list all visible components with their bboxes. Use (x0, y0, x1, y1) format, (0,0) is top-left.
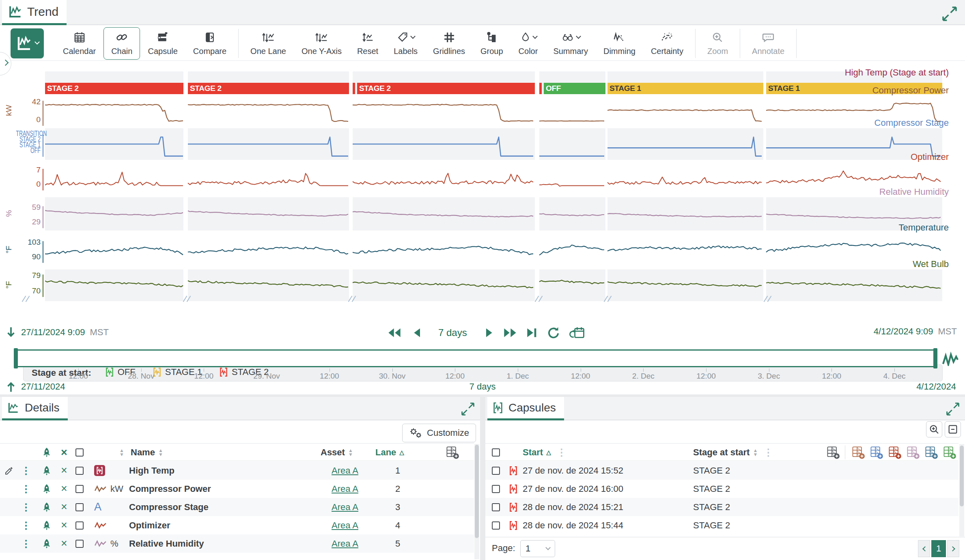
row-asset-link[interactable]: Area A (323, 534, 367, 553)
tab-capsules[interactable]: Capsules (487, 397, 564, 420)
stage-capsule-bar[interactable]: STAGE 2 (45, 83, 183, 94)
capsules-scrollbar[interactable] (959, 444, 964, 536)
select-all-rocket[interactable] (41, 444, 52, 461)
edit-capsule-button[interactable] (4, 461, 14, 480)
sort-icon[interactable]: ▲▼ (158, 448, 163, 457)
current-page-button[interactable]: 1 (931, 540, 946, 557)
toolbar-capsule-button[interactable]: Capsule (140, 27, 185, 60)
timeline-selection-bar[interactable] (15, 349, 936, 367)
sort-icon-column[interactable]: ▲▼ (116, 444, 124, 461)
row-rocket-button[interactable] (41, 480, 52, 498)
stage-capsule-sliver[interactable] (539, 83, 542, 94)
toolbar-chain-button[interactable]: Chain (103, 27, 140, 60)
timeline-left-handle[interactable] (14, 348, 18, 368)
details-row[interactable]: ⋮×ACompressor StageArea A3 (0, 498, 474, 516)
row-rocket-button[interactable] (41, 498, 52, 516)
capsule-row[interactable]: 28 de nov. de 2024 15:21STAGE 2 (485, 498, 959, 516)
row-menu-button[interactable]: ⋮ (21, 516, 31, 534)
investigate-range-start[interactable]: 27/11/2024 (21, 381, 65, 392)
prev-page-button[interactable] (918, 540, 930, 557)
remove-row-button[interactable]: × (61, 498, 67, 516)
investigate-range-end[interactable]: 4/12/2024 (916, 381, 956, 392)
add-column-button[interactable] (446, 444, 459, 461)
expand-capsules-button[interactable] (946, 402, 960, 416)
expand-trend-button[interactable] (941, 6, 958, 22)
investigate-range-duration[interactable]: 7 days (470, 381, 496, 392)
capsule-checkbox[interactable] (492, 498, 500, 516)
add-signal-column-button[interactable] (888, 444, 902, 461)
refresh-button[interactable] (547, 326, 560, 340)
row-asset-link[interactable]: Area A (323, 480, 367, 498)
capsule-row[interactable]: 28 de nov. de 2024 15:44STAGE 2 (485, 516, 959, 534)
capsule-checkbox[interactable] (492, 461, 500, 480)
remove-row-button[interactable]: × (61, 461, 67, 480)
toolbar-summary-button[interactable]: Summary (545, 27, 596, 60)
toolbar-compare-button[interactable]: Compare (185, 27, 234, 60)
row-checkbox[interactable] (75, 516, 84, 534)
toolbar-dimming-button[interactable]: Dimming (596, 27, 643, 60)
chart-type-button[interactable] (11, 28, 44, 58)
toolbar-group-button[interactable]: Group (473, 27, 511, 60)
row-rocket-button[interactable] (41, 534, 52, 553)
row-menu-button[interactable]: ⋮ (21, 480, 31, 498)
step-forward-half-button[interactable] (484, 326, 495, 339)
row-rocket-button[interactable] (41, 516, 52, 534)
row-checkbox[interactable] (75, 498, 84, 516)
step-to-end-button[interactable] (526, 326, 538, 339)
row-checkbox[interactable] (75, 534, 84, 553)
remove-row-button[interactable]: × (61, 480, 67, 498)
row-rocket-button[interactable] (41, 461, 52, 480)
add-signal-column-button[interactable] (870, 444, 883, 461)
capsule-checkbox[interactable] (492, 480, 500, 498)
column-header-lane[interactable]: Lane△ (375, 444, 404, 461)
remove-row-button[interactable]: × (61, 516, 67, 534)
remove-all-button[interactable]: × (61, 444, 67, 461)
remove-row-button[interactable]: × (61, 534, 67, 553)
toolbar-labels-button[interactable]: Labels (386, 27, 425, 60)
row-menu-button[interactable]: ⋮ (21, 498, 31, 516)
sort-ascending-icon[interactable]: △ (399, 449, 404, 456)
capsule-checkbox[interactable] (492, 516, 500, 534)
row-asset-link[interactable]: Area A (323, 461, 367, 480)
display-range-end[interactable]: 4/12/2024 9:09 (874, 326, 933, 337)
capsule-row[interactable]: 27 de nov. de 2024 16:00STAGE 2 (485, 480, 959, 498)
stage-capsule-bar[interactable]: OFF (544, 83, 605, 94)
expand-details-button[interactable] (461, 402, 475, 416)
row-checkbox[interactable] (75, 480, 84, 498)
toolbar-calendar-button[interactable]: Calendar (55, 27, 103, 60)
column-header-start[interactable]: Start△⋮ (523, 444, 567, 461)
stage-capsule-bar[interactable]: STAGE 2 (188, 83, 349, 94)
column-header-asset[interactable]: Asset▲▼ (321, 444, 353, 461)
capsules-collapse-button[interactable] (945, 421, 961, 437)
timeline-signal-button[interactable] (941, 351, 959, 368)
stage-capsule-sliver[interactable] (353, 83, 355, 94)
select-all-capsules-checkbox[interactable] (492, 444, 500, 461)
select-all-checkbox[interactable] (75, 444, 84, 461)
sort-icon[interactable]: ▲▼ (348, 448, 353, 457)
row-menu-button[interactable]: ⋮ (21, 461, 31, 480)
toolbar-reset-button[interactable]: Reset (349, 27, 386, 60)
timezone-label[interactable]: MST (938, 326, 957, 337)
details-row[interactable]: ⋮×%Relative HumidityArea A5 (0, 534, 474, 553)
row-asset-link[interactable]: Area A (323, 498, 367, 516)
step-forward-full-button[interactable] (502, 326, 518, 339)
next-page-button[interactable] (947, 540, 959, 557)
toolbar-color-button[interactable]: Color (511, 27, 546, 60)
page-select[interactable]: 1 (520, 540, 555, 557)
toolbar-one-lane-button[interactable]: One Lane (243, 27, 294, 60)
sort-icon[interactable]: ▲▼ (119, 448, 124, 457)
row-asset-link[interactable]: Area A (323, 516, 367, 534)
auto-update-schedule-button[interactable] (569, 325, 586, 340)
add-signal-column-button[interactable] (906, 444, 920, 461)
add-signal-column-button[interactable] (943, 444, 956, 461)
capsules-zoom-button[interactable] (926, 421, 942, 437)
row-menu-button[interactable]: ⋮ (21, 534, 31, 553)
timeline-right-handle[interactable] (933, 348, 937, 368)
step-back-half-button[interactable] (411, 326, 422, 339)
sort-ascending-icon[interactable]: △ (546, 449, 551, 456)
customize-button[interactable]: Customize (402, 424, 476, 442)
details-row[interactable]: ⋮×kWCompressor PowerArea A2 (0, 480, 474, 498)
toolbar-gridlines-button[interactable]: Gridlines (425, 27, 473, 60)
details-row[interactable]: ⋮×OptimizerArea A4 (0, 516, 474, 534)
capsule-row[interactable]: 27 de nov. de 2024 15:52STAGE 2 (485, 461, 959, 480)
